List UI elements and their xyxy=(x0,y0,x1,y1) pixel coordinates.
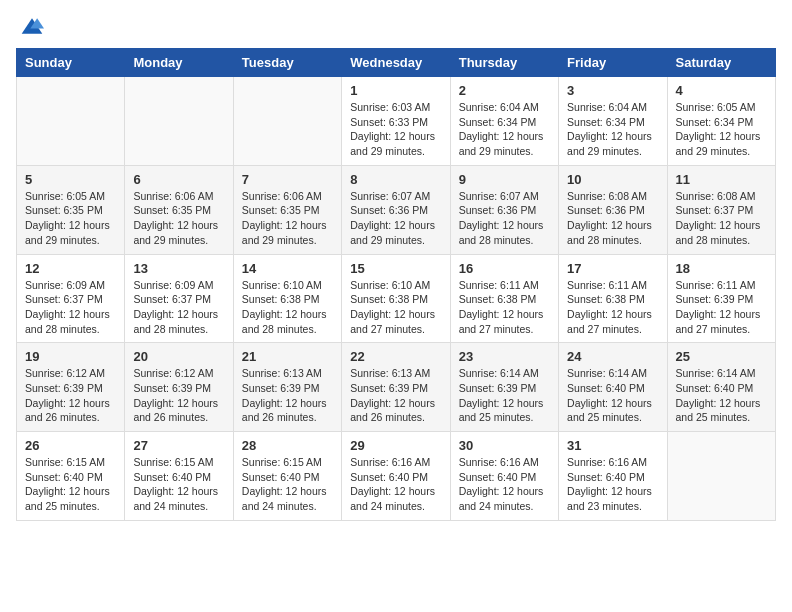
calendar-table: SundayMondayTuesdayWednesdayThursdayFrid… xyxy=(16,48,776,521)
calendar-cell xyxy=(125,77,233,166)
day-number: 20 xyxy=(133,349,224,364)
weekday-header: Monday xyxy=(125,49,233,77)
calendar-cell: 8Sunrise: 6:07 AM Sunset: 6:36 PM Daylig… xyxy=(342,165,450,254)
day-info: Sunrise: 6:09 AM Sunset: 6:37 PM Dayligh… xyxy=(133,278,224,337)
calendar-cell: 9Sunrise: 6:07 AM Sunset: 6:36 PM Daylig… xyxy=(450,165,558,254)
day-info: Sunrise: 6:13 AM Sunset: 6:39 PM Dayligh… xyxy=(242,366,333,425)
day-number: 5 xyxy=(25,172,116,187)
calendar-cell xyxy=(17,77,125,166)
day-number: 4 xyxy=(676,83,767,98)
day-info: Sunrise: 6:14 AM Sunset: 6:39 PM Dayligh… xyxy=(459,366,550,425)
calendar-week-row: 19Sunrise: 6:12 AM Sunset: 6:39 PM Dayli… xyxy=(17,343,776,432)
day-info: Sunrise: 6:14 AM Sunset: 6:40 PM Dayligh… xyxy=(676,366,767,425)
calendar-cell: 17Sunrise: 6:11 AM Sunset: 6:38 PM Dayli… xyxy=(559,254,667,343)
calendar-cell: 15Sunrise: 6:10 AM Sunset: 6:38 PM Dayli… xyxy=(342,254,450,343)
calendar-week-row: 26Sunrise: 6:15 AM Sunset: 6:40 PM Dayli… xyxy=(17,432,776,521)
day-info: Sunrise: 6:11 AM Sunset: 6:38 PM Dayligh… xyxy=(567,278,658,337)
calendar-cell: 25Sunrise: 6:14 AM Sunset: 6:40 PM Dayli… xyxy=(667,343,775,432)
day-info: Sunrise: 6:07 AM Sunset: 6:36 PM Dayligh… xyxy=(459,189,550,248)
logo-icon xyxy=(20,16,44,36)
day-number: 22 xyxy=(350,349,441,364)
day-info: Sunrise: 6:14 AM Sunset: 6:40 PM Dayligh… xyxy=(567,366,658,425)
day-info: Sunrise: 6:10 AM Sunset: 6:38 PM Dayligh… xyxy=(350,278,441,337)
calendar-cell: 14Sunrise: 6:10 AM Sunset: 6:38 PM Dayli… xyxy=(233,254,341,343)
calendar-cell: 5Sunrise: 6:05 AM Sunset: 6:35 PM Daylig… xyxy=(17,165,125,254)
calendar-cell: 27Sunrise: 6:15 AM Sunset: 6:40 PM Dayli… xyxy=(125,432,233,521)
weekday-header: Saturday xyxy=(667,49,775,77)
day-number: 9 xyxy=(459,172,550,187)
calendar-cell: 20Sunrise: 6:12 AM Sunset: 6:39 PM Dayli… xyxy=(125,343,233,432)
day-info: Sunrise: 6:07 AM Sunset: 6:36 PM Dayligh… xyxy=(350,189,441,248)
day-number: 16 xyxy=(459,261,550,276)
calendar-cell: 7Sunrise: 6:06 AM Sunset: 6:35 PM Daylig… xyxy=(233,165,341,254)
calendar-cell: 1Sunrise: 6:03 AM Sunset: 6:33 PM Daylig… xyxy=(342,77,450,166)
calendar-cell: 16Sunrise: 6:11 AM Sunset: 6:38 PM Dayli… xyxy=(450,254,558,343)
day-info: Sunrise: 6:04 AM Sunset: 6:34 PM Dayligh… xyxy=(459,100,550,159)
calendar-cell: 30Sunrise: 6:16 AM Sunset: 6:40 PM Dayli… xyxy=(450,432,558,521)
weekday-header: Wednesday xyxy=(342,49,450,77)
calendar-cell: 12Sunrise: 6:09 AM Sunset: 6:37 PM Dayli… xyxy=(17,254,125,343)
day-number: 19 xyxy=(25,349,116,364)
day-info: Sunrise: 6:16 AM Sunset: 6:40 PM Dayligh… xyxy=(567,455,658,514)
weekday-header: Thursday xyxy=(450,49,558,77)
day-info: Sunrise: 6:06 AM Sunset: 6:35 PM Dayligh… xyxy=(133,189,224,248)
calendar-cell xyxy=(233,77,341,166)
weekday-header: Friday xyxy=(559,49,667,77)
day-number: 7 xyxy=(242,172,333,187)
calendar-cell: 13Sunrise: 6:09 AM Sunset: 6:37 PM Dayli… xyxy=(125,254,233,343)
day-info: Sunrise: 6:13 AM Sunset: 6:39 PM Dayligh… xyxy=(350,366,441,425)
day-number: 3 xyxy=(567,83,658,98)
day-info: Sunrise: 6:11 AM Sunset: 6:39 PM Dayligh… xyxy=(676,278,767,337)
day-number: 23 xyxy=(459,349,550,364)
weekday-header: Tuesday xyxy=(233,49,341,77)
calendar-cell: 3Sunrise: 6:04 AM Sunset: 6:34 PM Daylig… xyxy=(559,77,667,166)
day-number: 27 xyxy=(133,438,224,453)
day-number: 25 xyxy=(676,349,767,364)
day-number: 17 xyxy=(567,261,658,276)
day-number: 6 xyxy=(133,172,224,187)
day-number: 1 xyxy=(350,83,441,98)
calendar-week-row: 12Sunrise: 6:09 AM Sunset: 6:37 PM Dayli… xyxy=(17,254,776,343)
day-number: 28 xyxy=(242,438,333,453)
calendar-cell: 29Sunrise: 6:16 AM Sunset: 6:40 PM Dayli… xyxy=(342,432,450,521)
day-number: 11 xyxy=(676,172,767,187)
day-number: 14 xyxy=(242,261,333,276)
day-number: 2 xyxy=(459,83,550,98)
calendar-cell: 10Sunrise: 6:08 AM Sunset: 6:36 PM Dayli… xyxy=(559,165,667,254)
calendar-cell: 4Sunrise: 6:05 AM Sunset: 6:34 PM Daylig… xyxy=(667,77,775,166)
day-info: Sunrise: 6:06 AM Sunset: 6:35 PM Dayligh… xyxy=(242,189,333,248)
calendar-cell: 23Sunrise: 6:14 AM Sunset: 6:39 PM Dayli… xyxy=(450,343,558,432)
day-number: 31 xyxy=(567,438,658,453)
calendar-cell: 6Sunrise: 6:06 AM Sunset: 6:35 PM Daylig… xyxy=(125,165,233,254)
day-number: 13 xyxy=(133,261,224,276)
calendar-cell: 2Sunrise: 6:04 AM Sunset: 6:34 PM Daylig… xyxy=(450,77,558,166)
day-number: 29 xyxy=(350,438,441,453)
day-info: Sunrise: 6:16 AM Sunset: 6:40 PM Dayligh… xyxy=(459,455,550,514)
page-header xyxy=(16,16,776,36)
calendar-cell: 21Sunrise: 6:13 AM Sunset: 6:39 PM Dayli… xyxy=(233,343,341,432)
day-info: Sunrise: 6:03 AM Sunset: 6:33 PM Dayligh… xyxy=(350,100,441,159)
day-info: Sunrise: 6:08 AM Sunset: 6:37 PM Dayligh… xyxy=(676,189,767,248)
day-info: Sunrise: 6:11 AM Sunset: 6:38 PM Dayligh… xyxy=(459,278,550,337)
calendar-cell: 19Sunrise: 6:12 AM Sunset: 6:39 PM Dayli… xyxy=(17,343,125,432)
day-info: Sunrise: 6:05 AM Sunset: 6:34 PM Dayligh… xyxy=(676,100,767,159)
day-info: Sunrise: 6:12 AM Sunset: 6:39 PM Dayligh… xyxy=(25,366,116,425)
day-number: 8 xyxy=(350,172,441,187)
day-number: 15 xyxy=(350,261,441,276)
day-number: 24 xyxy=(567,349,658,364)
day-number: 21 xyxy=(242,349,333,364)
day-info: Sunrise: 6:16 AM Sunset: 6:40 PM Dayligh… xyxy=(350,455,441,514)
calendar-cell: 22Sunrise: 6:13 AM Sunset: 6:39 PM Dayli… xyxy=(342,343,450,432)
day-number: 18 xyxy=(676,261,767,276)
day-info: Sunrise: 6:08 AM Sunset: 6:36 PM Dayligh… xyxy=(567,189,658,248)
weekday-header: Sunday xyxy=(17,49,125,77)
calendar-cell: 28Sunrise: 6:15 AM Sunset: 6:40 PM Dayli… xyxy=(233,432,341,521)
logo xyxy=(16,16,44,36)
day-info: Sunrise: 6:05 AM Sunset: 6:35 PM Dayligh… xyxy=(25,189,116,248)
calendar-header-row: SundayMondayTuesdayWednesdayThursdayFrid… xyxy=(17,49,776,77)
day-info: Sunrise: 6:04 AM Sunset: 6:34 PM Dayligh… xyxy=(567,100,658,159)
calendar-cell: 31Sunrise: 6:16 AM Sunset: 6:40 PM Dayli… xyxy=(559,432,667,521)
day-number: 12 xyxy=(25,261,116,276)
day-number: 30 xyxy=(459,438,550,453)
calendar-cell: 11Sunrise: 6:08 AM Sunset: 6:37 PM Dayli… xyxy=(667,165,775,254)
